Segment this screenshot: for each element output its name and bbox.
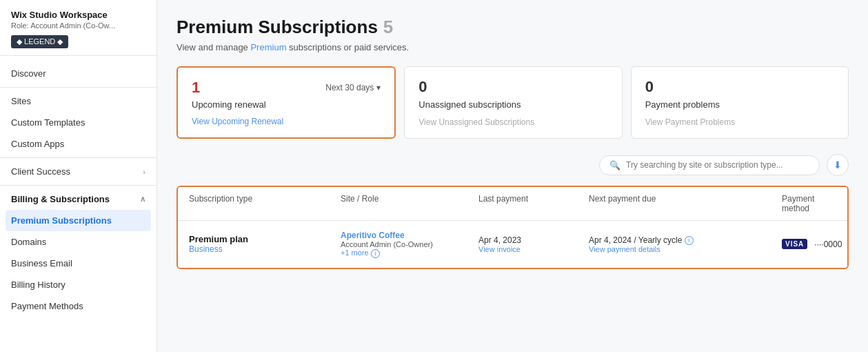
cell-site-role: Aperitivo Coffee Account Admin (Co-Owner… bbox=[341, 231, 478, 258]
sidebar-item-premium-subscriptions[interactable]: Premium Subscriptions bbox=[6, 210, 151, 231]
view-payment-details-link[interactable]: View payment details bbox=[589, 245, 782, 253]
search-input[interactable] bbox=[626, 160, 809, 170]
sub-type-name: Premium plan bbox=[189, 234, 341, 244]
col-next-payment-due: Next payment due bbox=[589, 194, 782, 213]
card-filter-dropdown[interactable]: Next 30 days ▾ bbox=[325, 83, 381, 92]
page-title-count: 5 bbox=[383, 17, 393, 38]
workspace-role: Role: Account Admin (Co-Ow... bbox=[11, 21, 145, 30]
sidebar-item-domains[interactable]: Domains bbox=[0, 231, 157, 253]
search-icon: 🔍 bbox=[609, 160, 620, 170]
sidebar: Wix Studio Workspace Role: Account Admin… bbox=[0, 0, 157, 352]
info-icon[interactable]: i bbox=[371, 249, 380, 258]
table-header: Subscription type Site / Role Last payme… bbox=[178, 187, 847, 221]
chevron-right-icon: › bbox=[143, 168, 145, 176]
sidebar-item-custom-apps[interactable]: Custom Apps bbox=[0, 133, 157, 155]
card-top: 1 Next 30 days ▾ bbox=[192, 79, 381, 97]
card-top-2: 0 bbox=[418, 78, 607, 96]
col-last-payment: Last payment bbox=[478, 194, 589, 213]
search-box[interactable]: 🔍 bbox=[599, 155, 820, 175]
yearly-cycle-info-icon[interactable]: i bbox=[685, 236, 694, 245]
card-number-display: ····0000 bbox=[814, 239, 842, 249]
workspace-name: Wix Studio Workspace bbox=[11, 10, 145, 20]
subtitle-highlight: Premium bbox=[250, 42, 286, 52]
upcoming-renewal-count: 1 bbox=[192, 79, 200, 97]
download-button[interactable]: ⬇ bbox=[827, 154, 849, 176]
page-title: Premium Subscriptions bbox=[176, 17, 378, 38]
subscriptions-table: Subscription type Site / Role Last payme… bbox=[176, 186, 849, 269]
col-subscription-type: Subscription type bbox=[189, 194, 341, 213]
cell-last-payment: Apr 4, 2023 View invoice bbox=[478, 235, 589, 253]
sidebar-item-billing-history[interactable]: Billing History bbox=[0, 274, 157, 295]
filter-label: Next 30 days bbox=[325, 83, 374, 92]
view-payment-problems-link: View Payment Problems bbox=[645, 117, 834, 127]
site-more: +1 more i bbox=[341, 248, 478, 258]
sidebar-item-business-email[interactable]: Business Email bbox=[0, 253, 157, 274]
summary-cards: 1 Next 30 days ▾ Upcoming renewal View U… bbox=[176, 66, 849, 139]
legend-button[interactable]: ◆ LEGEND ◆ bbox=[11, 35, 68, 48]
view-invoice-link[interactable]: View invoice bbox=[478, 245, 589, 253]
chevron-up-icon: ∧ bbox=[140, 195, 145, 204]
visa-badge: VISA bbox=[782, 239, 807, 249]
unassigned-count: 0 bbox=[418, 78, 427, 96]
page-subtitle: View and manage Premium subscriptions or… bbox=[176, 42, 849, 52]
view-unassigned-link: View Unassigned Subscriptions bbox=[418, 117, 607, 127]
col-site-role: Site / Role bbox=[341, 194, 478, 213]
search-row: 🔍 ⬇ bbox=[176, 154, 849, 176]
sidebar-item-payment-methods[interactable]: Payment Methods bbox=[0, 295, 157, 317]
card-upcoming-renewal: 1 Next 30 days ▾ Upcoming renewal View U… bbox=[176, 66, 396, 139]
sidebar-nav: Discover Sites Custom Templates Custom A… bbox=[0, 56, 157, 352]
cell-payment-method: VISA ····0000 ••• bbox=[782, 235, 849, 253]
sidebar-divider-1 bbox=[0, 87, 157, 88]
sidebar-item-custom-templates[interactable]: Custom Templates bbox=[0, 112, 157, 133]
payment-problems-count: 0 bbox=[645, 78, 654, 96]
sidebar-header: Wix Studio Workspace Role: Account Admin… bbox=[0, 0, 157, 56]
sidebar-item-sites[interactable]: Sites bbox=[0, 90, 157, 112]
sidebar-item-discover[interactable]: Discover bbox=[0, 63, 157, 84]
view-upcoming-renewal-link[interactable]: View Upcoming Renewal bbox=[192, 117, 381, 126]
card-unassigned: 0 Unassigned subscriptions View Unassign… bbox=[404, 66, 622, 139]
payment-problems-label: Payment problems bbox=[645, 99, 834, 110]
chevron-down-icon: ▾ bbox=[376, 83, 381, 92]
sidebar-item-client-success[interactable]: Client Success › bbox=[0, 161, 157, 182]
card-payment-problems: 0 Payment problems View Payment Problems bbox=[631, 66, 849, 139]
next-payment-text: Apr 4, 2024 / Yearly cycle i bbox=[589, 235, 782, 245]
unassigned-label: Unassigned subscriptions bbox=[418, 99, 607, 110]
sub-type-plan[interactable]: Business bbox=[189, 244, 341, 254]
col-payment-method: Payment method bbox=[782, 194, 836, 213]
site-role: Account Admin (Co-Owner) bbox=[341, 240, 478, 248]
payment-method-cell: VISA ····0000 ••• bbox=[782, 235, 849, 253]
site-name[interactable]: Aperitivo Coffee bbox=[341, 231, 478, 240]
cell-subscription-type: Premium plan Business bbox=[189, 234, 341, 254]
cell-next-payment: Apr 4, 2024 / Yearly cycle i View paymen… bbox=[589, 235, 782, 253]
upcoming-renewal-label: Upcoming renewal bbox=[192, 99, 381, 110]
main-content: Premium Subscriptions 5 View and manage … bbox=[157, 0, 868, 352]
sidebar-divider-2 bbox=[0, 157, 157, 158]
table-row: Premium plan Business Aperitivo Coffee A… bbox=[178, 221, 847, 268]
last-payment-date: Apr 4, 2023 bbox=[478, 235, 589, 245]
page-title-row: Premium Subscriptions 5 bbox=[176, 17, 849, 38]
card-top-3: 0 bbox=[645, 78, 834, 96]
sidebar-divider-3 bbox=[0, 185, 157, 186]
sidebar-item-billing-subscriptions[interactable]: Billing & Subscriptions ∧ bbox=[0, 188, 157, 210]
download-icon: ⬇ bbox=[834, 159, 842, 170]
